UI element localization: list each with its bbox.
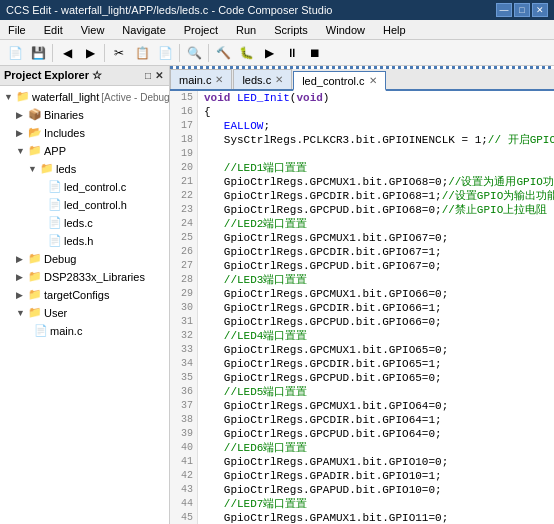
tree-item-led-control-c[interactable]: 📄 led_control.c xyxy=(0,178,169,196)
maximize-button[interactable]: □ xyxy=(514,3,530,17)
menu-item-edit[interactable]: Edit xyxy=(40,22,67,38)
code-line-44[interactable]: 44 //LED7端口置置 xyxy=(170,497,554,511)
tree-item-dsp2833x[interactable]: ▶ 📁 DSP2833x_Libraries xyxy=(0,268,169,286)
tree-item-targetconfigs[interactable]: ▶ 📁 targetConfigs xyxy=(0,286,169,304)
menu-bar: FileEditViewNavigateProjectRunScriptsWin… xyxy=(0,20,554,40)
expand-arrow-waterfall: ▼ xyxy=(4,92,16,102)
line-content-27: GpioCtrlRegs.GPCPUD.bit.GPIO67=0; xyxy=(198,259,442,273)
tree-item-includes[interactable]: ▶ 📂 Includes xyxy=(0,124,169,142)
tree-item-waterfall-light[interactable]: ▼ 📁 waterfall_light [Active - Debug] xyxy=(0,88,169,106)
menu-item-view[interactable]: View xyxy=(77,22,109,38)
tab-main-c[interactable]: main.c ✕ xyxy=(170,69,232,89)
tab-led-control-c[interactable]: led_control.c ✕ xyxy=(293,71,385,91)
code-line-23[interactable]: 23 GpioCtrlRegs.GPCPUD.bit.GPIO68=0;//禁止… xyxy=(170,203,554,217)
code-line-35[interactable]: 35 GpioCtrlRegs.GPCPUD.bit.GPIO65=0; xyxy=(170,371,554,385)
expand-arrow-targetconfigs: ▶ xyxy=(16,290,28,300)
line-content-21: GpioCtrlRegs.GPCMUX1.bit.GPIO68=0;//设置为通… xyxy=(198,175,554,189)
menu-item-file[interactable]: File xyxy=(4,22,30,38)
close-button[interactable]: ✕ xyxy=(532,3,548,17)
minimize-button[interactable]: — xyxy=(496,3,512,17)
code-line-30[interactable]: 30 GpioCtrlRegs.GPCDIR.bit.GPIO66=1; xyxy=(170,301,554,315)
code-line-25[interactable]: 25 GpioCtrlRegs.GPCMUX1.bit.GPIO67=0; xyxy=(170,231,554,245)
code-line-28[interactable]: 28 //LED3端口置置 xyxy=(170,273,554,287)
code-line-42[interactable]: 42 GpioCtrlRegs.GPADIR.bit.GPIO10=1; xyxy=(170,469,554,483)
panel-min-btn[interactable]: □ xyxy=(143,70,153,81)
file-icon-leds-h: 📄 xyxy=(48,234,62,248)
tab-leds-c[interactable]: leds.c ✕ xyxy=(233,69,292,89)
tab-close-main-c[interactable]: ✕ xyxy=(215,74,223,85)
code-line-22[interactable]: 22 GpioCtrlRegs.GPCDIR.bit.GPIO68=1;//设置… xyxy=(170,189,554,203)
tree-item-leds[interactable]: ▼ 📁 leds xyxy=(0,160,169,178)
code-line-18[interactable]: 18 SysCtrlRegs.PCLKCR3.bit.GPIOINENCLK =… xyxy=(170,133,554,147)
new-file-btn[interactable]: 📄 xyxy=(4,42,26,64)
tab-close-leds-c[interactable]: ✕ xyxy=(275,74,283,85)
menu-item-project[interactable]: Project xyxy=(180,22,222,38)
save-btn[interactable]: 💾 xyxy=(27,42,49,64)
back-btn[interactable]: ◀ xyxy=(56,42,78,64)
code-line-26[interactable]: 26 GpioCtrlRegs.GPCDIR.bit.GPIO67=1; xyxy=(170,245,554,259)
build-btn[interactable]: 🔨 xyxy=(212,42,234,64)
code-line-15[interactable]: 15void LED_Init(void) xyxy=(170,91,554,105)
line-number-20: 20 xyxy=(170,161,198,175)
menu-item-navigate[interactable]: Navigate xyxy=(118,22,169,38)
title-bar: CCS Edit - waterfall_light/APP/leds/leds… xyxy=(0,0,554,20)
code-line-24[interactable]: 24 //LED2端口置置 xyxy=(170,217,554,231)
line-content-25: GpioCtrlRegs.GPCMUX1.bit.GPIO67=0; xyxy=(198,231,448,245)
tree-view: ▼ 📁 waterfall_light [Active - Debug] ▶ 📦… xyxy=(0,86,169,524)
menu-item-window[interactable]: Window xyxy=(322,22,369,38)
tab-close-led-control-c[interactable]: ✕ xyxy=(369,75,377,86)
tree-label-main-c: main.c xyxy=(50,325,82,337)
code-line-27[interactable]: 27 GpioCtrlRegs.GPCPUD.bit.GPIO67=0; xyxy=(170,259,554,273)
code-line-45[interactable]: 45 GpioCtrlRegs.GPAMUX1.bit.GPIO11=0; xyxy=(170,511,554,524)
code-line-38[interactable]: 38 GpioCtrlRegs.GPCDIR.bit.GPIO64=1; xyxy=(170,413,554,427)
line-content-30: GpioCtrlRegs.GPCDIR.bit.GPIO66=1; xyxy=(198,301,442,315)
code-line-32[interactable]: 32 //LED4端口置置 xyxy=(170,329,554,343)
code-line-16[interactable]: 16{ xyxy=(170,105,554,119)
tree-item-led-control-h[interactable]: 📄 led_control.h xyxy=(0,196,169,214)
tree-item-user[interactable]: ▼ 📁 User xyxy=(0,304,169,322)
file-icon-led-control-h: 📄 xyxy=(48,198,62,212)
code-line-40[interactable]: 40 //LED6端口置置 xyxy=(170,441,554,455)
paste-btn[interactable]: 📄 xyxy=(154,42,176,64)
tree-label-targetconfigs: targetConfigs xyxy=(44,289,109,301)
code-line-21[interactable]: 21 GpioCtrlRegs.GPCMUX1.bit.GPIO68=0;//设… xyxy=(170,175,554,189)
copy-btn[interactable]: 📋 xyxy=(131,42,153,64)
tree-item-app[interactable]: ▼ 📁 APP xyxy=(0,142,169,160)
menu-item-scripts[interactable]: Scripts xyxy=(270,22,312,38)
code-line-17[interactable]: 17 EALLOW; xyxy=(170,119,554,133)
tree-item-binaries[interactable]: ▶ 📦 Binaries xyxy=(0,106,169,124)
code-line-19[interactable]: 19 xyxy=(170,147,554,161)
panel-close-btn[interactable]: ✕ xyxy=(153,70,165,81)
toolbar-sep-1 xyxy=(52,44,53,62)
menu-item-help[interactable]: Help xyxy=(379,22,410,38)
expand-arrow-user: ▼ xyxy=(16,308,28,318)
code-line-39[interactable]: 39 GpioCtrlRegs.GPCPUD.bit.GPIO64=0; xyxy=(170,427,554,441)
menu-item-run[interactable]: Run xyxy=(232,22,260,38)
tree-item-debug[interactable]: ▶ 📁 Debug xyxy=(0,250,169,268)
code-line-43[interactable]: 43 GpioCtrlRegs.GPAPUD.bit.GPIO10=0; xyxy=(170,483,554,497)
line-number-30: 30 xyxy=(170,301,198,315)
code-line-34[interactable]: 34 GpioCtrlRegs.GPCDIR.bit.GPIO65=1; xyxy=(170,357,554,371)
run-btn[interactable]: ▶ xyxy=(258,42,280,64)
stop-btn[interactable]: ⏹ xyxy=(304,42,326,64)
forward-btn[interactable]: ▶ xyxy=(79,42,101,64)
line-content-20: //LED1端口置置 xyxy=(198,161,307,175)
cut-btn[interactable]: ✂ xyxy=(108,42,130,64)
code-editor[interactable]: 15void LED_Init(void)16{17 EALLOW;18 Sys… xyxy=(170,91,554,524)
code-line-41[interactable]: 41 GpioCtrlRegs.GPAMUX1.bit.GPIO10=0; xyxy=(170,455,554,469)
tree-item-main-c[interactable]: 📄 main.c xyxy=(0,322,169,340)
code-line-29[interactable]: 29 GpioCtrlRegs.GPCMUX1.bit.GPIO66=0; xyxy=(170,287,554,301)
line-number-39: 39 xyxy=(170,427,198,441)
tree-item-leds-c[interactable]: 📄 leds.c xyxy=(0,214,169,232)
debug-btn[interactable]: 🐛 xyxy=(235,42,257,64)
code-line-20[interactable]: 20 //LED1端口置置 xyxy=(170,161,554,175)
pause-btn[interactable]: ⏸ xyxy=(281,42,303,64)
code-line-37[interactable]: 37 GpioCtrlRegs.GPCMUX1.bit.GPIO64=0; xyxy=(170,399,554,413)
code-line-36[interactable]: 36 //LED5端口置置 xyxy=(170,385,554,399)
code-line-33[interactable]: 33 GpioCtrlRegs.GPCMUX1.bit.GPIO65=0; xyxy=(170,343,554,357)
toolbar-sep-2 xyxy=(104,44,105,62)
line-content-41: GpioCtrlRegs.GPAMUX1.bit.GPIO10=0; xyxy=(198,455,448,469)
code-line-31[interactable]: 31 GpioCtrlRegs.GPCPUD.bit.GPIO66=0; xyxy=(170,315,554,329)
search-btn[interactable]: 🔍 xyxy=(183,42,205,64)
tree-item-leds-h[interactable]: 📄 leds.h xyxy=(0,232,169,250)
